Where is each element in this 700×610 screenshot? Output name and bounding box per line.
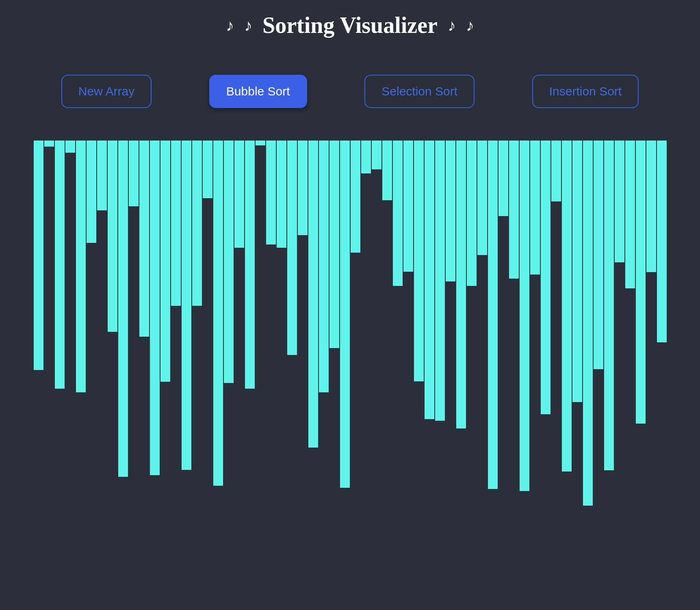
bar (393, 141, 403, 286)
bar (55, 141, 65, 389)
bar (192, 141, 202, 306)
bar (361, 141, 371, 173)
bar (213, 141, 223, 486)
bar (329, 141, 339, 348)
header: ♪ ♪ Sorting Visualizer ♪ ♪ (0, 0, 700, 50)
bar (160, 141, 170, 382)
bar (340, 141, 350, 488)
bar (572, 141, 582, 402)
bar (594, 141, 603, 369)
visualization-area (0, 141, 700, 506)
bar (520, 141, 529, 491)
bar (129, 141, 139, 206)
title-text: Sorting Visualizer (262, 12, 438, 38)
bar (65, 141, 75, 153)
bar (456, 141, 466, 428)
controls-bar: New Array Bubble Sort Selection Sort Ins… (0, 50, 700, 141)
bar (562, 141, 572, 472)
bar (604, 141, 614, 470)
bar (498, 141, 508, 216)
bar (203, 141, 212, 198)
page-title: ♪ ♪ Sorting Visualizer ♪ ♪ (226, 12, 474, 38)
bar (44, 141, 54, 147)
music-note-icon: ♪ (448, 16, 456, 35)
new-array-button[interactable]: New Array (61, 75, 152, 108)
insertion-sort-button[interactable]: Insertion Sort (532, 75, 639, 108)
bar (34, 141, 43, 370)
bars-container (34, 141, 667, 506)
bar (351, 141, 360, 253)
bar (414, 141, 424, 381)
bar (636, 141, 646, 424)
bar (266, 141, 276, 244)
bar (382, 141, 392, 200)
bar (467, 141, 477, 286)
bar (372, 141, 381, 169)
bar (287, 141, 297, 355)
bar (298, 141, 308, 235)
bar (509, 141, 519, 279)
bar (182, 141, 191, 470)
bar (625, 141, 635, 288)
bar (615, 141, 624, 262)
bar (541, 141, 550, 414)
bar (256, 141, 265, 145)
bar (277, 141, 286, 248)
music-note-icon: ♪ (244, 16, 252, 35)
music-note-icon: ♪ (466, 16, 474, 35)
bar (551, 141, 561, 201)
bar (403, 141, 413, 272)
bar (139, 141, 149, 337)
bar (150, 141, 160, 475)
bar (108, 141, 117, 332)
bar (425, 141, 434, 419)
bar (97, 141, 107, 210)
bar (308, 141, 318, 448)
bar (657, 141, 667, 342)
bar (245, 141, 255, 389)
bar (171, 141, 181, 306)
bar (446, 141, 455, 281)
bar (435, 141, 445, 421)
bubble-sort-button[interactable]: Bubble Sort (209, 75, 307, 108)
bar (583, 141, 593, 506)
bar (234, 141, 244, 248)
bar (530, 141, 540, 275)
bar (76, 141, 86, 392)
bar (646, 141, 656, 272)
bar (477, 141, 487, 255)
bar (488, 141, 498, 489)
bar (224, 141, 234, 383)
music-note-icon: ♪ (226, 16, 234, 35)
selection-sort-button[interactable]: Selection Sort (364, 75, 475, 108)
bar (87, 141, 96, 243)
bar (118, 141, 128, 477)
bar (319, 141, 329, 392)
